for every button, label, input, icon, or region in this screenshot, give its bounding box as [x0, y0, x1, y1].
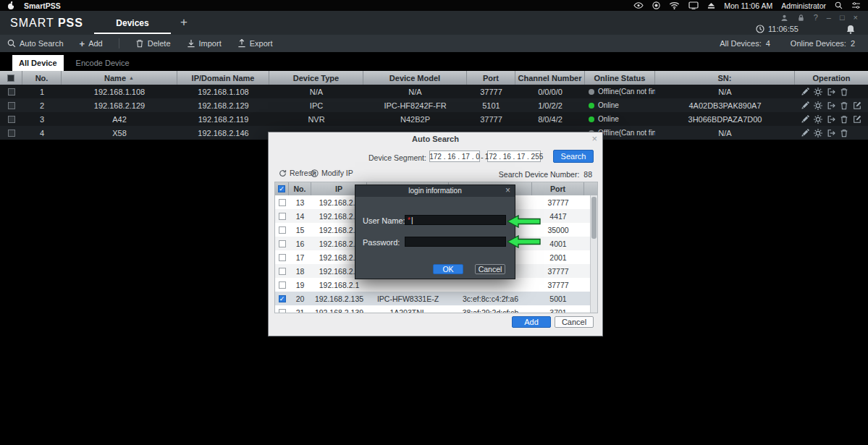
column-header[interactable]: No.	[289, 182, 311, 195]
search-result-row[interactable]: 21192.168.2.1391A203TNL38:af:29:2d:cf:cb…	[275, 305, 597, 313]
import-button[interactable]: Import	[187, 39, 222, 48]
row-checkbox[interactable]	[275, 278, 289, 292]
edit-icon[interactable]	[801, 115, 809, 124]
scrollbar[interactable]	[590, 195, 597, 313]
cell-port: 5101	[467, 98, 515, 112]
edit-icon[interactable]	[801, 129, 809, 137]
edit-icon[interactable]	[801, 101, 809, 110]
cancel-login-button[interactable]: Cancel	[475, 264, 505, 274]
logout-icon[interactable]	[827, 101, 835, 110]
column-header[interactable]: No.	[22, 71, 62, 85]
segment-separator: -	[481, 153, 484, 161]
close-icon[interactable]: ×	[505, 185, 510, 196]
column-header[interactable]: Port	[467, 71, 515, 85]
close-icon[interactable]: ×	[591, 133, 597, 145]
settings-icon[interactable]	[814, 129, 822, 137]
cell-ip: 192.168.2.135	[311, 292, 367, 305]
column-header[interactable]: SN:	[655, 71, 795, 85]
auto-search-button[interactable]: Auto Search	[7, 39, 64, 48]
delete-icon[interactable]	[840, 129, 848, 137]
add-selected-button[interactable]: Add	[512, 316, 551, 328]
column-header[interactable]: Operation	[795, 71, 868, 85]
delete-button[interactable]: Delete	[135, 39, 171, 48]
scrollbar-thumb[interactable]	[591, 197, 597, 239]
username-field[interactable]: * |	[405, 215, 506, 225]
settings-icon[interactable]	[814, 115, 822, 124]
modify-icon[interactable]	[853, 115, 861, 124]
cell-device-type	[367, 278, 449, 292]
record-icon[interactable]	[652, 1, 660, 9]
column-header[interactable]: IP/Domain Name	[177, 71, 269, 85]
cancel-search-button[interactable]: Cancel	[555, 316, 594, 328]
lock-icon[interactable]	[797, 14, 805, 22]
settings-icon[interactable]	[814, 88, 822, 96]
cell-mac: 3c:ef:8c:c4:2f:a6	[449, 292, 532, 305]
row-checkbox[interactable]	[0, 126, 22, 140]
menubar-app-name[interactable]: SmartPSS	[24, 1, 61, 10]
menubar-user[interactable]: Administrator	[781, 1, 826, 10]
device-row[interactable]: 3A42192.168.2.119NVRN42B2P377778/0/4/2On…	[0, 112, 868, 126]
delete-icon[interactable]	[840, 88, 848, 96]
row-checkbox[interactable]	[275, 209, 289, 223]
column-header[interactable]: Device Type	[269, 71, 363, 85]
select-all-checkbox[interactable]	[0, 71, 22, 85]
alarm-bell-icon[interactable]	[846, 25, 855, 34]
cell-no: 13	[289, 195, 311, 209]
delete-icon[interactable]	[840, 101, 848, 110]
subtab-encode-device[interactable]: Encode Device	[69, 55, 136, 71]
control-center-icon[interactable]	[851, 2, 861, 9]
row-checkbox[interactable]	[0, 112, 22, 126]
segment-start-input[interactable]: 172 . 16 . 17 . 0	[429, 151, 480, 162]
menubar-clock[interactable]: Mon 11:06 AM	[724, 1, 772, 10]
column-header[interactable]: Online Status	[585, 71, 655, 85]
search-result-row[interactable]: ✓20192.168.2.135IPC-HFW8331E-Z3c:ef:8c:c…	[275, 292, 597, 305]
display-mirroring-icon[interactable]	[688, 1, 699, 9]
row-checkbox[interactable]	[0, 85, 22, 98]
modify-icon[interactable]	[853, 101, 861, 110]
wifi-icon[interactable]	[669, 1, 680, 9]
column-header[interactable]: Port	[532, 182, 584, 195]
device-row[interactable]: 2192.168.2.129192.168.2.129IPCIPC-HF8242…	[0, 98, 868, 112]
maximize-button[interactable]: □	[840, 13, 845, 22]
add-tab-button[interactable]: +	[177, 15, 191, 30]
subtab-all-device[interactable]: All Device	[12, 55, 64, 71]
tab-devices[interactable]: Devices	[94, 11, 171, 35]
row-checkbox[interactable]	[275, 195, 289, 209]
add-device-button[interactable]: + Add	[80, 38, 103, 49]
segment-end-input[interactable]: 172 . 16 . 17 . 255	[487, 151, 541, 162]
column-header[interactable]: Name▲	[62, 71, 177, 85]
column-header[interactable]: Device Model	[363, 71, 467, 85]
password-field[interactable]	[405, 237, 506, 247]
device-row[interactable]: 1192.168.1.108192.168.1.108N/AN/A377770/…	[0, 85, 868, 98]
logout-icon[interactable]	[827, 115, 835, 124]
search-button[interactable]: Search	[553, 150, 594, 163]
export-button[interactable]: Export	[237, 39, 273, 48]
row-checkbox[interactable]	[275, 305, 289, 313]
minimize-button[interactable]: –	[827, 13, 831, 22]
eye-icon[interactable]	[633, 2, 644, 9]
row-checkbox[interactable]: ✓	[275, 292, 289, 305]
column-header[interactable]: Channel Number	[515, 71, 585, 85]
row-checkbox[interactable]	[0, 98, 22, 112]
cell-no: 17	[289, 250, 311, 264]
row-checkbox[interactable]	[275, 250, 289, 264]
logout-icon[interactable]	[827, 129, 835, 137]
row-checkbox[interactable]	[275, 237, 289, 250]
eject-icon[interactable]	[707, 2, 715, 9]
help-icon[interactable]: ?	[814, 13, 818, 22]
ok-button[interactable]: OK	[433, 264, 463, 274]
search-result-row[interactable]: 19192.168.2.137777	[275, 278, 597, 292]
spotlight-search-icon[interactable]	[835, 1, 843, 9]
select-all-checkbox[interactable]: ✓	[275, 182, 289, 195]
close-button[interactable]: ×	[854, 13, 858, 22]
settings-icon[interactable]	[814, 101, 822, 110]
modify-ip-button[interactable]: Modify IP	[311, 169, 353, 177]
edit-icon[interactable]	[801, 88, 809, 96]
delete-icon[interactable]	[840, 115, 848, 124]
cell-operation	[795, 112, 868, 126]
logout-icon[interactable]	[827, 88, 835, 96]
row-checkbox[interactable]	[275, 223, 289, 237]
row-checkbox[interactable]	[275, 264, 289, 278]
apple-menu-icon[interactable]	[7, 1, 15, 10]
user-account-icon[interactable]	[780, 14, 788, 22]
